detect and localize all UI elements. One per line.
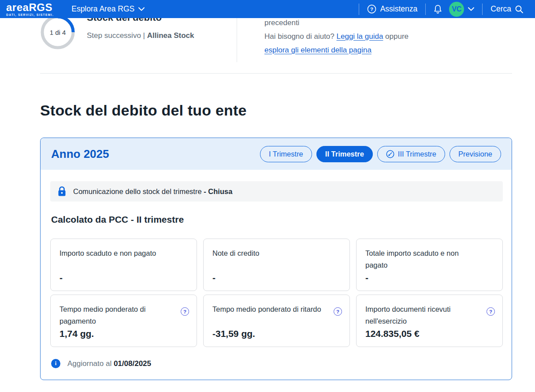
top-navigation-bar: areaRGS DATI, SERVIZI, SISTEMI. Esplora … [0,0,535,18]
user-profile-button[interactable]: VC [449,2,474,17]
communication-status-bar: Comunicazione dello stock del trimestre … [50,181,503,202]
next-step-prefix: Step successivo | [87,31,147,40]
help-question-line: Hai bisogno di aiuto? Leggi la guida opp… [264,30,472,43]
info-icon: i [51,359,60,368]
stat-card-tempo-pagamento: Tempo medio ponderato di pagamento 1,74 … [50,295,197,347]
tab-quarter-1[interactable]: I Trimestre [260,146,312,162]
stat-card-note-credito: Note di credito - [203,239,350,291]
header-divider [482,4,483,15]
help-icon[interactable]: ? [334,307,342,316]
step-progress-ring: 1 di 4 [40,15,75,50]
magnifier-icon [515,5,524,14]
explore-menu-button[interactable]: Esplora Area RGS [71,4,145,14]
header-divider [425,4,426,15]
tab-quarter-2[interactable]: II Trimestre [316,146,373,162]
logo-tagline: DATI, SERVIZI, SISTEMI. [6,14,54,17]
guide-link[interactable]: Leggi la guida [337,32,383,41]
chevron-down-icon [138,7,145,11]
updated-date: 01/08/2025 [114,359,151,368]
assistance-button[interactable]: ? Assistenza [367,4,418,14]
stat-card-importo-documenti: Importo documenti ricevuti nell'esercizi… [356,295,503,347]
panel-header: Anno 2025 I Trimestre II Trimestre III T [41,138,512,170]
panel-year-title: Anno 2025 [51,147,109,161]
tab-previsione[interactable]: Previsione [450,146,501,162]
svg-text:?: ? [370,7,373,12]
updated-row: i Aggiornato al 01/08/2025 [51,359,151,368]
header-divider [359,4,359,15]
stat-grid: Importo scaduto e non pagato - Note di c… [50,239,503,347]
section-title: Calcolato da PCC - II trimestre [51,214,184,225]
area-rgs-logo[interactable]: areaRGS DATI, SERVIZI, SISTEMI. [6,2,54,17]
explore-elements-link[interactable]: esplora gli elementi della pagina [264,46,372,54]
step-progress-label: 1 di 4 [40,15,75,50]
vertical-divider [237,18,237,62]
status-value: - Chiusa [204,187,232,195]
edit-circle-icon [386,150,394,158]
chevron-down-icon [468,7,474,11]
lock-icon [57,186,67,197]
horizontal-divider [40,73,512,74]
explore-menu-label: Esplora Area RGS [71,4,134,14]
page: 1 di 4 Stock del debito Step successivo … [0,0,535,392]
quarter-tabs: I Trimestre II Trimestre III Trimestre [260,146,501,162]
bell-icon [434,4,442,14]
help-icon[interactable]: ? [487,307,495,316]
search-button[interactable]: Cerca [490,4,524,14]
help-box: precedenti Hai bisogno di aiuto? Leggi l… [264,16,472,57]
next-step-name: Allinea Stock [147,31,194,40]
question-circle-icon: ? [367,4,376,14]
notifications-button[interactable] [434,4,442,14]
logo-brand-text: areaRGS [6,2,54,13]
avatar: VC [449,2,464,17]
stat-card-totale-importo: Totale importo scaduto e non pagato - [356,239,503,291]
tab-quarter-3[interactable]: III Trimestre [377,146,445,162]
stat-card-importo-scaduto: Importo scaduto e non pagato - [50,239,197,291]
status-bar-text: Comunicazione dello stock del trimestre … [73,187,232,196]
search-label: Cerca [490,4,511,14]
year-panel: Anno 2025 I Trimestre II Trimestre III T [40,138,512,380]
updated-text: Aggiornato al 01/08/2025 [67,359,151,368]
next-step-text: Step successivo | Allinea Stock [87,31,194,40]
stat-card-tempo-ritardo: Tempo medio ponderato di ritardo -31,59 … [203,295,350,347]
help-icon[interactable]: ? [181,307,189,316]
page-title: Stock del debito del tuo ente [40,102,247,119]
assistance-label: Assistenza [380,4,418,14]
